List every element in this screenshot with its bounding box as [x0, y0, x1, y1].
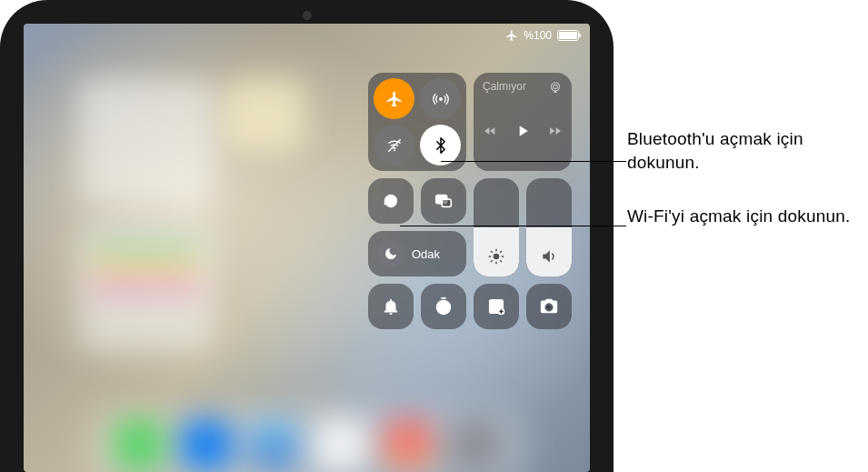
svg-point-0 — [439, 97, 443, 101]
svg-rect-7 — [442, 199, 451, 206]
volume-slider[interactable] — [526, 178, 572, 276]
connectivity-module — [368, 73, 466, 171]
wifi-button[interactable] — [374, 125, 414, 166]
svg-point-3 — [551, 83, 559, 91]
svg-line-16 — [500, 251, 502, 253]
play-button[interactable] — [514, 122, 532, 144]
moon-icon — [377, 240, 404, 267]
silent-mode-button[interactable] — [368, 284, 414, 329]
airplay-icon[interactable] — [548, 80, 563, 97]
annotation-bluetooth: Bluetooth'u açmak için dokunun. — [627, 127, 863, 174]
annotations: Bluetooth'u açmak için dokunun. Wi-Fi'yi… — [627, 0, 863, 472]
airplane-mode-button[interactable] — [374, 78, 414, 119]
screen: %100 — [24, 24, 590, 472]
svg-point-8 — [494, 254, 500, 260]
svg-point-23 — [546, 305, 552, 310]
airplane-icon — [505, 29, 518, 42]
svg-line-15 — [491, 260, 493, 262]
camera-button[interactable] — [526, 284, 572, 329]
battery-percentage: %100 — [524, 29, 552, 42]
orientation-lock-button[interactable] — [368, 178, 414, 224]
previous-track-button[interactable] — [483, 124, 497, 142]
status-bar: %100 — [505, 29, 579, 42]
media-module[interactable]: Çalmıyor — [474, 73, 572, 171]
airdrop-button[interactable] — [420, 78, 461, 119]
bluetooth-button[interactable] — [420, 125, 461, 166]
callout-line-wifi — [400, 226, 626, 226]
screen-mirroring-button[interactable] — [421, 178, 466, 224]
timer-button[interactable] — [421, 284, 466, 329]
control-center: Çalmıyor — [368, 73, 572, 329]
callout-line-bluetooth — [441, 161, 626, 162]
svg-line-13 — [491, 251, 493, 253]
svg-point-1 — [394, 149, 395, 151]
svg-rect-5 — [389, 198, 394, 204]
svg-point-4 — [554, 85, 558, 89]
brightness-slider[interactable] — [474, 178, 519, 276]
speaker-icon — [540, 247, 558, 266]
battery-icon — [557, 30, 579, 41]
sun-icon — [487, 247, 505, 266]
focus-button[interactable]: Odak — [368, 231, 466, 276]
front-camera — [303, 11, 312, 20]
quick-note-button[interactable] — [474, 284, 519, 329]
next-track-button[interactable] — [548, 124, 563, 142]
media-status-label: Çalmıyor — [483, 80, 526, 93]
annotation-wifi: Wi-Fi'yi açmak için dokunun. — [627, 205, 850, 228]
focus-label: Odak — [412, 247, 440, 261]
device-frame: %100 — [0, 0, 614, 472]
svg-line-14 — [500, 260, 502, 262]
